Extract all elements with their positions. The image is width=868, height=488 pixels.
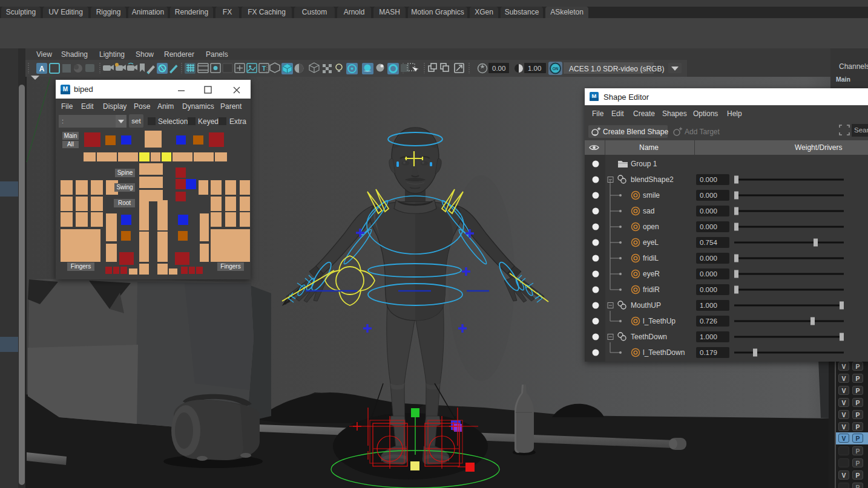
svg-text:0.754: 0.754 [700, 239, 717, 246]
svg-text:T: T [262, 65, 266, 72]
svg-text:l_TeethUp: l_TeethUp [643, 317, 676, 325]
svg-text:eyeL: eyeL [643, 238, 659, 247]
svg-text:0.00: 0.00 [492, 65, 505, 72]
svg-text:0.000: 0.000 [700, 223, 717, 230]
svg-text:fridiL: fridiL [643, 254, 659, 262]
svg-text:0.000: 0.000 [700, 255, 717, 262]
svg-text:blendShape2: blendShape2 [631, 175, 674, 184]
svg-text:0.000: 0.000 [700, 176, 717, 183]
svg-text:1.000: 1.000 [700, 302, 717, 309]
svg-text:0.179: 0.179 [700, 349, 717, 356]
svg-text:open: open [643, 223, 659, 231]
svg-text:A: A [39, 65, 45, 73]
svg-text:M: M [63, 86, 68, 93]
svg-text:1.00: 1.00 [528, 65, 541, 72]
svg-text:Group 1: Group 1 [631, 160, 657, 168]
svg-text:0.726: 0.726 [700, 317, 717, 325]
svg-text:l_TeethDown: l_TeethDown [643, 348, 685, 357]
svg-text:ON: ON [553, 67, 559, 71]
svg-text:MouthUP: MouthUP [631, 301, 661, 310]
svg-text:ACES 1.0 SDR-video (sRGB): ACES 1.0 SDR-video (sRGB) [569, 65, 664, 73]
svg-text:0.000: 0.000 [700, 192, 717, 199]
svg-text:0.000: 0.000 [700, 286, 717, 293]
svg-text:TeethDown: TeethDown [631, 333, 667, 341]
svg-text:smile: smile [643, 191, 660, 200]
svg-text:sad: sad [643, 207, 654, 215]
svg-text:M: M [592, 93, 597, 99]
svg-text:0.000: 0.000 [700, 207, 717, 215]
svg-text:0.000: 0.000 [700, 270, 717, 278]
svg-text:eyeR: eyeR [643, 270, 660, 278]
svg-text:1.000: 1.000 [700, 333, 717, 340]
svg-text:fridiR: fridiR [643, 285, 660, 294]
